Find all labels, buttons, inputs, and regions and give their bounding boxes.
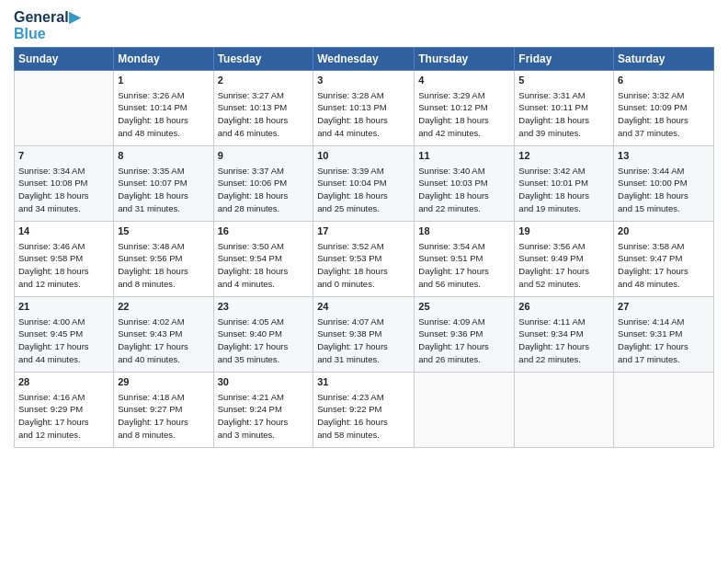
- weekday-header: Friday: [515, 47, 614, 70]
- cell-text: Sunrise: 3:58 AM: [618, 240, 710, 253]
- cell-text: Daylight: 17 hours: [518, 265, 609, 278]
- calendar-cell: 31Sunrise: 4:23 AMSunset: 9:22 PMDayligh…: [313, 372, 415, 447]
- cell-text: Sunset: 10:14 PM: [118, 101, 209, 114]
- cell-text: Sunset: 9:47 PM: [618, 252, 710, 265]
- cell-text: Sunrise: 3:48 AM: [118, 240, 209, 253]
- cell-text: and 37 minutes.: [618, 127, 710, 140]
- calendar-cell: 4Sunrise: 3:29 AMSunset: 10:12 PMDayligh…: [415, 70, 515, 145]
- cell-text: Sunrise: 4:00 AM: [18, 316, 109, 328]
- calendar-cell: 7Sunrise: 3:34 AMSunset: 10:08 PMDayligh…: [15, 145, 114, 221]
- calendar-cell: 1Sunrise: 3:26 AMSunset: 10:14 PMDayligh…: [114, 70, 213, 145]
- cell-text: and 31 minutes.: [118, 202, 209, 215]
- cell-text: Daylight: 18 hours: [317, 265, 410, 278]
- day-number: 4: [418, 74, 510, 88]
- calendar-cell: 20Sunrise: 3:58 AMSunset: 9:47 PMDayligh…: [614, 221, 714, 296]
- cell-text: Sunset: 10:04 PM: [317, 177, 410, 190]
- day-number: 21: [18, 300, 109, 315]
- cell-text: Sunset: 9:31 PM: [618, 327, 710, 340]
- calendar-week-row: 14Sunrise: 3:46 AMSunset: 9:58 PMDayligh…: [15, 221, 714, 296]
- calendar-cell: 5Sunrise: 3:31 AMSunset: 10:11 PMDayligh…: [515, 70, 614, 145]
- cell-text: Sunrise: 3:34 AM: [18, 165, 109, 178]
- weekday-header: Wednesday: [313, 47, 415, 70]
- day-number: 20: [618, 224, 710, 239]
- day-number: 18: [418, 224, 510, 239]
- calendar-cell: 12Sunrise: 3:42 AMSunset: 10:01 PMDaylig…: [515, 145, 614, 221]
- cell-text: Sunrise: 3:35 AM: [118, 165, 209, 178]
- calendar-cell: 26Sunrise: 4:11 AMSunset: 9:34 PMDayligh…: [515, 296, 614, 372]
- cell-text: and 8 minutes.: [118, 429, 209, 442]
- day-number: 6: [618, 74, 710, 88]
- calendar-cell: [15, 70, 114, 145]
- cell-text: Sunrise: 3:29 AM: [418, 89, 510, 102]
- calendar-table: SundayMondayTuesdayWednesdayThursdayFrid…: [14, 47, 714, 448]
- weekday-header: Sunday: [15, 47, 114, 70]
- calendar-cell: 3Sunrise: 3:28 AMSunset: 10:13 PMDayligh…: [313, 70, 415, 145]
- cell-text: Sunrise: 3:28 AM: [317, 89, 410, 102]
- cell-text: Daylight: 16 hours: [317, 416, 410, 429]
- calendar-cell: 27Sunrise: 4:14 AMSunset: 9:31 PMDayligh…: [614, 296, 714, 372]
- cell-text: Sunrise: 3:40 AM: [418, 165, 510, 178]
- calendar-cell: 24Sunrise: 4:07 AMSunset: 9:38 PMDayligh…: [313, 296, 415, 372]
- cell-text: Sunrise: 4:14 AM: [618, 316, 710, 328]
- day-number: 24: [317, 300, 410, 315]
- calendar-cell: 29Sunrise: 4:18 AMSunset: 9:27 PMDayligh…: [114, 372, 213, 447]
- cell-text: Sunrise: 3:39 AM: [317, 165, 410, 178]
- cell-text: Sunset: 10:13 PM: [218, 101, 310, 114]
- page-container: General▶ Blue SundayMondayTuesdayWednesd…: [0, 0, 728, 457]
- cell-text: and 15 minutes.: [618, 202, 710, 215]
- calendar-cell: 14Sunrise: 3:46 AMSunset: 9:58 PMDayligh…: [15, 221, 114, 296]
- calendar-cell: 22Sunrise: 4:02 AMSunset: 9:43 PMDayligh…: [114, 296, 213, 372]
- cell-text: Sunrise: 3:27 AM: [218, 89, 310, 102]
- day-number: 25: [418, 300, 510, 315]
- logo-blue: Blue: [14, 26, 80, 42]
- day-number: 15: [118, 224, 209, 239]
- cell-text: and 52 minutes.: [518, 278, 609, 291]
- cell-text: Daylight: 17 hours: [418, 265, 510, 278]
- calendar-cell: 28Sunrise: 4:16 AMSunset: 9:29 PMDayligh…: [15, 372, 114, 447]
- cell-text: Sunset: 9:49 PM: [518, 252, 609, 265]
- calendar-cell: 16Sunrise: 3:50 AMSunset: 9:54 PMDayligh…: [213, 221, 313, 296]
- cell-text: Sunrise: 4:09 AM: [418, 316, 510, 328]
- cell-text: Sunset: 10:08 PM: [18, 177, 109, 190]
- cell-text: and 48 minutes.: [118, 127, 209, 140]
- cell-text: and 44 minutes.: [317, 127, 410, 140]
- day-number: 31: [317, 375, 410, 390]
- cell-text: Sunset: 9:38 PM: [317, 327, 410, 340]
- cell-text: and 12 minutes.: [18, 429, 109, 442]
- cell-text: Sunrise: 4:21 AM: [218, 391, 310, 404]
- cell-text: Daylight: 17 hours: [218, 340, 310, 353]
- cell-text: and 40 minutes.: [118, 353, 209, 366]
- day-number: 16: [218, 224, 310, 239]
- cell-text: Daylight: 17 hours: [418, 340, 510, 353]
- cell-text: Daylight: 17 hours: [18, 340, 109, 353]
- calendar-cell: 8Sunrise: 3:35 AMSunset: 10:07 PMDayligh…: [114, 145, 213, 221]
- cell-text: Daylight: 18 hours: [518, 190, 609, 202]
- day-number: 22: [118, 300, 209, 315]
- day-number: 27: [618, 300, 710, 315]
- cell-text: Daylight: 18 hours: [418, 190, 510, 202]
- calendar-cell: 17Sunrise: 3:52 AMSunset: 9:53 PMDayligh…: [313, 221, 415, 296]
- calendar-cell: 13Sunrise: 3:44 AMSunset: 10:00 PMDaylig…: [614, 145, 714, 221]
- cell-text: Sunrise: 3:56 AM: [518, 240, 609, 253]
- cell-text: Sunset: 9:54 PM: [218, 252, 310, 265]
- cell-text: and 56 minutes.: [418, 278, 510, 291]
- calendar-cell: 19Sunrise: 3:56 AMSunset: 9:49 PMDayligh…: [515, 221, 614, 296]
- cell-text: Daylight: 18 hours: [218, 265, 310, 278]
- cell-text: and 31 minutes.: [317, 353, 410, 366]
- day-number: 19: [518, 224, 609, 239]
- cell-text: and 28 minutes.: [218, 202, 310, 215]
- cell-text: Sunset: 10:12 PM: [418, 101, 510, 114]
- cell-text: Sunrise: 4:11 AM: [518, 316, 609, 328]
- logo-text: General▶: [14, 9, 80, 26]
- cell-text: and 0 minutes.: [317, 278, 410, 291]
- cell-text: and 26 minutes.: [418, 353, 510, 366]
- day-number: 26: [518, 300, 609, 315]
- calendar-cell: 25Sunrise: 4:09 AMSunset: 9:36 PMDayligh…: [415, 296, 515, 372]
- cell-text: Daylight: 17 hours: [18, 416, 109, 429]
- cell-text: and 39 minutes.: [518, 127, 609, 140]
- cell-text: Daylight: 17 hours: [118, 416, 209, 429]
- cell-text: Sunrise: 4:16 AM: [18, 391, 109, 404]
- calendar-cell: 30Sunrise: 4:21 AMSunset: 9:24 PMDayligh…: [213, 372, 313, 447]
- cell-text: Sunrise: 3:52 AM: [317, 240, 410, 253]
- cell-text: Daylight: 18 hours: [218, 190, 310, 202]
